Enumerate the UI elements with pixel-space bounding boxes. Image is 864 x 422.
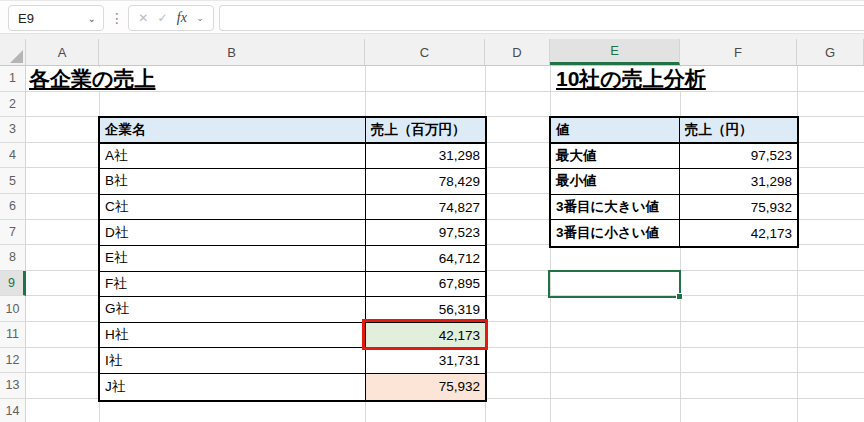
table-row: 最大値97,523 [551,144,797,170]
column-headers: A B C D E F G [0,34,864,66]
table-row: I社31,731 [100,348,485,374]
cell-value[interactable]: 56,319 [366,297,485,322]
cell-value[interactable]: 42,173 [680,220,797,246]
table-header-row: 企業名 売上（百万円） [100,118,485,144]
table-row: 3番目に小さい値42,173 [551,220,797,246]
cell-metric[interactable]: 3番目に小さい値 [551,220,680,246]
left-title-cell[interactable]: 各企業の売上 [28,67,161,91]
row-header-13[interactable]: 13 [0,373,26,399]
company-sales-table: 企業名 売上（百万円） A社31,298 B社78,429 C社74,827 D… [98,116,487,402]
cell-value[interactable]: 31,298 [680,169,797,194]
row-header-6[interactable]: 6 [0,194,26,220]
column-header-b[interactable]: B [99,39,365,65]
cell-company[interactable]: B社 [100,169,366,194]
row-header-2[interactable]: 2 [0,92,26,118]
row-header-9-selected[interactable]: 9 [0,271,26,297]
row-header-5[interactable]: 5 [0,168,26,194]
table-row: J社75,932 [100,374,485,400]
cell-company[interactable]: I社 [100,348,366,373]
formula-bar-strip: E9 ⌄ ⋮ ✕ ✓ fx ⌄ [0,0,864,34]
table-row: H社42,173 [100,323,485,349]
excel-window: E9 ⌄ ⋮ ✕ ✓ fx ⌄ A B C D E F G 1 2 3 4 5 … [0,0,864,422]
right-title-cell[interactable]: 10社の売上分析 [555,67,711,91]
cell-value[interactable]: 75,932 [680,195,797,220]
column-header-d[interactable]: D [485,39,550,65]
row-header-1[interactable]: 1 [0,66,26,92]
cell-value[interactable]: 31,731 [366,348,485,373]
cell-company[interactable]: D社 [100,220,366,245]
column-header-e-selected[interactable]: E [550,39,680,65]
name-box[interactable]: E9 ⌄ [8,5,104,31]
formula-input[interactable] [219,5,864,31]
cancel-icon[interactable]: ✕ [138,11,148,25]
table-row: E社64,712 [100,246,485,272]
table-row: A社31,298 [100,144,485,170]
cell-metric[interactable]: 最大値 [551,144,680,169]
table-row: 最小値31,298 [551,169,797,195]
table-row: F社67,895 [100,272,485,298]
cell-value[interactable]: 64,712 [366,246,485,271]
cell-value[interactable]: 74,827 [366,195,485,220]
cell-value[interactable]: 97,523 [366,220,485,245]
row-header-7[interactable]: 7 [0,220,26,246]
drag-handle-icon: ⋮ [110,10,124,26]
column-header-a[interactable]: A [26,39,99,65]
cell-value[interactable]: 67,895 [366,272,485,297]
column-header-f[interactable]: F [680,39,797,65]
name-box-value: E9 [9,11,88,26]
row-header-11[interactable]: 11 [0,322,26,348]
cell-company[interactable]: H社 [100,323,366,348]
table-row: G社56,319 [100,297,485,323]
row-header-14[interactable]: 14 [0,399,26,422]
row-header-4[interactable]: 4 [0,143,26,169]
cell-metric[interactable]: 最小値 [551,169,680,194]
row-headers: 1 2 3 4 5 6 7 8 9 10 11 12 13 14 [0,66,26,422]
formula-button-group: ✕ ✓ fx ⌄ [128,5,214,31]
column-header-c[interactable]: C [365,39,485,65]
selected-cell-outline[interactable] [548,270,681,298]
header-cell-sales-yen[interactable]: 売上（円） [680,118,797,142]
chevron-down-icon[interactable]: ⌄ [88,13,103,24]
header-cell-metric[interactable]: 値 [551,118,680,142]
row-header-12[interactable]: 12 [0,348,26,374]
header-cell-company[interactable]: 企業名 [100,118,366,142]
chevron-down-icon[interactable]: ⌄ [196,13,204,23]
cell-company[interactable]: G社 [100,297,366,322]
table-header-row: 値 売上（円） [551,118,797,144]
cell-value-highlighted-green[interactable]: 42,173 [366,323,485,348]
cell-company[interactable]: F社 [100,272,366,297]
cell-value[interactable]: 31,298 [366,144,485,169]
table-row: C社74,827 [100,195,485,221]
cell-company[interactable]: A社 [100,144,366,169]
cell-company[interactable]: J社 [100,374,366,400]
cell-company[interactable]: E社 [100,246,366,271]
select-all-button[interactable] [0,39,26,65]
cell-metric[interactable]: 3番目に大きい値 [551,195,680,220]
header-cell-sales[interactable]: 売上（百万円） [366,118,485,142]
cell-company[interactable]: C社 [100,195,366,220]
row-header-10[interactable]: 10 [0,296,26,322]
table-row: 3番目に大きい値75,932 [551,195,797,221]
fill-handle[interactable] [676,293,683,300]
row-header-3[interactable]: 3 [0,117,26,143]
cell-value[interactable]: 78,429 [366,169,485,194]
select-all-triangle-icon [10,50,23,63]
table-row: D社97,523 [100,220,485,246]
column-header-g[interactable]: G [797,39,864,65]
analysis-table: 値 売上（円） 最大値97,523 最小値31,298 3番目に大きい値75,9… [549,116,799,248]
cell-value[interactable]: 97,523 [680,144,797,169]
row-header-8[interactable]: 8 [0,245,26,271]
table-row: B社78,429 [100,169,485,195]
insert-function-icon[interactable]: fx [177,10,187,26]
enter-icon[interactable]: ✓ [158,11,168,25]
cell-value-highlighted-peach[interactable]: 75,932 [366,374,485,400]
